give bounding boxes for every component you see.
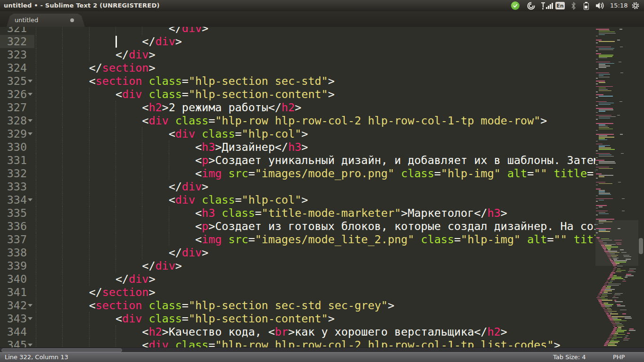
code-line-333[interactable]: 333 </div> (0, 180, 595, 193)
code-line-327[interactable]: 327 <h2>2 режима работы</h2> (0, 101, 595, 114)
line-number: 336 (0, 220, 27, 233)
session-gear-icon[interactable] (630, 0, 641, 11)
antenna-icon (541, 2, 545, 9)
code-text: <section class="hlp-section sec-std sec-… (36, 299, 395, 312)
battery-icon[interactable] (581, 0, 591, 11)
skype-check-icon (511, 1, 520, 10)
line-number: 345 (0, 338, 27, 347)
minimap-viewport[interactable] (595, 220, 638, 266)
code-text: </div> (36, 246, 208, 259)
line-number: 323 (0, 48, 27, 61)
fold-arrow-icon[interactable] (28, 119, 33, 122)
code-line-324[interactable]: 324 </section> (0, 61, 595, 74)
code-text: <h3>Дизайнер</h3> (36, 140, 308, 154)
code-line-331[interactable]: 331 <p>Создает уникальный дизайн, и доба… (0, 154, 595, 167)
fold-arrow-icon[interactable] (28, 93, 33, 96)
code-line-332[interactable]: 332 <img src="images/mode_pro.png" class… (0, 167, 595, 180)
tab-size-status[interactable]: Tab Size: 4 (553, 354, 586, 361)
line-number: 326 (0, 88, 27, 101)
code-text: <div class="hlp-row hlp-row-col-2 hlp-ro… (36, 114, 547, 127)
line-number: 331 (0, 154, 27, 167)
code-line-336[interactable]: 336 <p>Создает из готовых блоков, которы… (0, 220, 595, 233)
code-line-335[interactable]: 335 <h3 class="title-mode-marketer">Марк… (0, 206, 595, 220)
volume-icon[interactable] (594, 0, 607, 11)
line-number: 330 (0, 140, 27, 154)
code-line-326[interactable]: 326 <div class="hlp-section-content"> (0, 88, 595, 101)
tab-untitled[interactable]: untitled (7, 14, 85, 27)
horizontal-scrollbar[interactable] (0, 347, 644, 352)
sublime-text-window: untitled • - Sublime Text 2 (UNREGISTERE… (0, 0, 644, 362)
code-line-344[interactable]: 344 <h2>Качество кода, <br>как у хорошег… (0, 325, 595, 338)
fold-arrow-icon[interactable] (28, 304, 33, 307)
line-number: 333 (0, 180, 27, 193)
modified-dot-icon (70, 18, 74, 22)
code-text: </div> (36, 48, 156, 61)
network-signal-icon[interactable] (540, 0, 553, 11)
skype-status-icon[interactable] (510, 0, 520, 11)
code-line-339[interactable]: 339 </div> (0, 259, 595, 272)
code-text: <div class="hlp-row hlp-row-col-2 hlp-ro… (36, 338, 561, 347)
code-line-342[interactable]: 342 <section class="hlp-section sec-std … (0, 299, 595, 312)
code-text: </section> (36, 61, 156, 74)
code-line-338[interactable]: 338 </div> (0, 246, 595, 259)
code-text: <h2>2 режима работы</h2> (36, 101, 301, 114)
code-text: </div> (36, 35, 182, 48)
fold-arrow-icon[interactable] (28, 198, 33, 201)
line-number: 329 (0, 127, 27, 140)
code-line-322[interactable]: 322 </div> (0, 35, 595, 48)
code-line-329[interactable]: 329 <div class="hlp-col"> (0, 127, 595, 140)
syntax-status[interactable]: PHP (613, 354, 625, 361)
fold-arrow-icon[interactable] (28, 317, 33, 320)
line-number: 337 (0, 233, 27, 246)
code-text: <section class="hlp-section sec-std"> (36, 74, 335, 88)
code-text: </div> (36, 180, 208, 193)
line-number: 343 (0, 312, 27, 325)
code-text: </div> (36, 272, 156, 286)
line-number: 342 (0, 299, 27, 312)
minimap[interactable] (595, 27, 638, 347)
code-text: </div> (36, 259, 182, 272)
horizontal-scrollbar-thumb[interactable] (1, 348, 122, 352)
sync-swirl-icon[interactable] (525, 0, 537, 11)
line-number: 332 (0, 167, 27, 180)
vertical-scrollbar-thumb[interactable] (639, 238, 643, 254)
code-text: <div class="hlp-col"> (36, 127, 308, 140)
line-number: 327 (0, 101, 27, 114)
code-text: <h2>Качество кода, <br>как у хорошего ве… (36, 325, 507, 338)
code-text: <div class="hlp-col"> (36, 193, 308, 206)
fold-arrow-icon[interactable] (28, 132, 33, 135)
code-text: </section> (36, 286, 156, 299)
code-line-334[interactable]: 334 <div class="hlp-col"> (0, 193, 595, 206)
code-line-337[interactable]: 337 <img src="images/mode_lite_2.png" cl… (0, 233, 595, 246)
code-line-321[interactable]: 321 </div> (0, 27, 595, 35)
keyboard-layout-indicator[interactable]: En (555, 0, 565, 11)
editor-area: 321 </div>322 </div>323 </div>324 </sect… (0, 27, 644, 347)
code-line-328[interactable]: 328 <div class="hlp-row hlp-row-col-2 hl… (0, 114, 595, 127)
bluetooth-icon[interactable] (569, 0, 578, 11)
code-text: <h3 class="title-mode-marketer">Маркетол… (36, 206, 507, 220)
code-line-345[interactable]: 345 <div class="hlp-row hlp-row-col-2 hl… (0, 338, 595, 347)
code-text: <img src="images/mode_pro.png" class="hl… (36, 167, 595, 180)
fold-arrow-icon[interactable] (28, 344, 33, 346)
tab-bar: untitled (0, 11, 644, 27)
line-number: 334 (0, 193, 27, 206)
code-text: <div class="hlp-section-content"> (36, 88, 335, 101)
clock[interactable]: 15:18 (610, 2, 627, 9)
code-line-323[interactable]: 323 </div> (0, 48, 595, 61)
cursor-position-status: Line 322, Column 13 (5, 354, 68, 361)
code-area[interactable]: 321 </div>322 </div>323 </div>324 </sect… (0, 27, 595, 347)
fold-arrow-icon[interactable] (28, 80, 33, 82)
line-number: 328 (0, 114, 27, 127)
line-number: 324 (0, 61, 27, 74)
code-line-340[interactable]: 340 </div> (0, 272, 595, 286)
keyboard-layout-label: En (555, 2, 565, 9)
code-line-343[interactable]: 343 <div class="hlp-section-content"> (0, 312, 595, 325)
code-line-325[interactable]: 325 <section class="hlp-section sec-std"… (0, 74, 595, 88)
text-cursor (116, 36, 117, 48)
signal-bars (546, 3, 553, 9)
line-number: 344 (0, 325, 27, 338)
code-line-330[interactable]: 330 <h3>Дизайнер</h3> (0, 140, 595, 154)
code-line-341[interactable]: 341 </section> (0, 286, 595, 299)
line-number: 322 (0, 35, 27, 48)
tab-label: untitled (15, 16, 38, 24)
